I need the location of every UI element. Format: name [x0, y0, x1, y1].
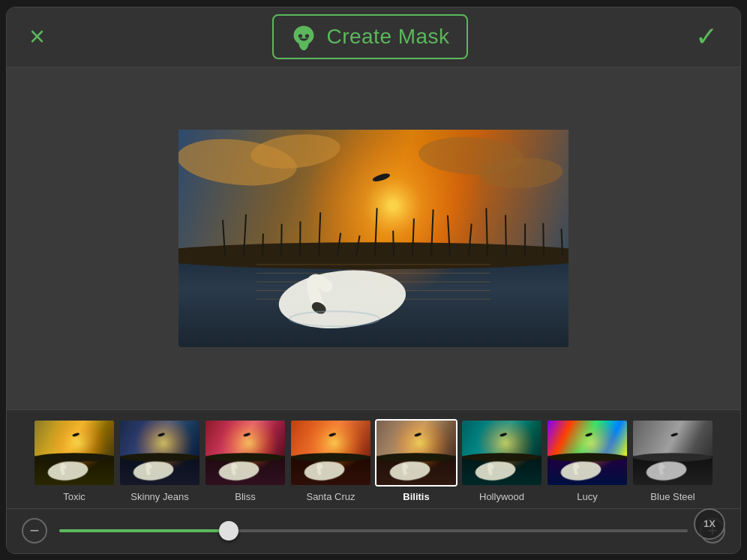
- slider-decrease-button[interactable]: −: [22, 518, 47, 544]
- filter-label-hollywood: Hollywood: [479, 491, 524, 502]
- image-area: [7, 67, 740, 409]
- zoom-badge[interactable]: 1X: [694, 508, 725, 540]
- filter-thumb-bilitis: [375, 419, 458, 487]
- filter-thumb-blue-steel: [632, 419, 714, 487]
- filter-label-skinny-jeans: Skinny Jeans: [130, 491, 188, 502]
- filter-list: ToxicSkinny JeansBlissSanta CruzBilitisH…: [7, 419, 740, 502]
- filter-thumb-toxic: [33, 419, 116, 487]
- zoom-label: 1X: [704, 518, 716, 529]
- filter-label-bilitis: Bilitis: [403, 491, 429, 502]
- filter-item-bliss[interactable]: Bliss: [204, 419, 286, 502]
- slider-fill: [59, 529, 229, 532]
- filter-item-santa-cruz[interactable]: Santa Cruz: [290, 419, 372, 502]
- filter-thumb-bliss: [204, 419, 286, 487]
- filter-label-lucy: Lucy: [577, 491, 597, 502]
- filter-label-blue-steel: Blue Steel: [650, 491, 694, 502]
- close-button[interactable]: ×: [29, 23, 45, 50]
- confirm-button[interactable]: ✓: [695, 23, 718, 50]
- filter-thumb-skinny-jeans: [118, 419, 201, 487]
- mask-icon: [290, 23, 317, 50]
- filter-strip: ToxicSkinny JeansBlissSanta CruzBilitisH…: [7, 409, 740, 508]
- slider-thumb[interactable]: [219, 521, 238, 541]
- filter-label-santa-cruz: Santa Cruz: [306, 491, 355, 502]
- main-image: [178, 130, 568, 347]
- filter-item-hollywood[interactable]: Hollywood: [460, 419, 543, 502]
- header: × Create Mask ✓: [7, 7, 740, 67]
- create-mask-button[interactable]: Create Mask: [272, 14, 467, 59]
- app-container: × Create Mask ✓ ToxicSkinny JeansBlissSa…: [6, 7, 741, 554]
- filter-item-lucy[interactable]: Lucy: [546, 419, 628, 502]
- slider-track[interactable]: [59, 529, 688, 532]
- slider-area: − +: [7, 508, 740, 553]
- filter-item-toxic[interactable]: Toxic: [33, 419, 116, 502]
- filter-label-toxic: Toxic: [63, 491, 86, 502]
- filter-thumb-santa-cruz: [290, 419, 372, 487]
- filter-item-blue-steel[interactable]: Blue Steel: [632, 419, 714, 502]
- filter-thumb-hollywood: [460, 419, 543, 487]
- filter-thumb-lucy: [546, 419, 628, 487]
- filter-item-skinny-jeans[interactable]: Skinny Jeans: [118, 419, 201, 502]
- filter-item-bilitis[interactable]: Bilitis: [375, 419, 458, 502]
- filter-label-bliss: Bliss: [235, 491, 255, 502]
- page-title: Create Mask: [326, 25, 449, 49]
